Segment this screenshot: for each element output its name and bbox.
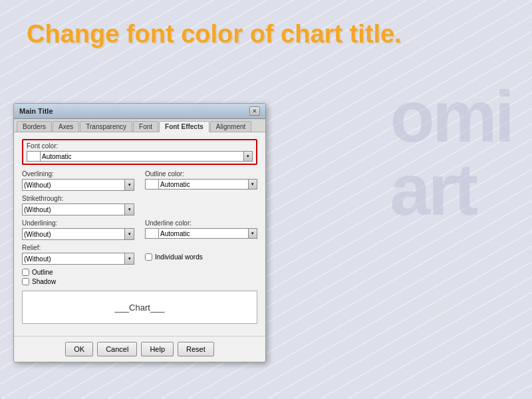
dialog-title: Main Title (19, 107, 53, 115)
outline-checkbox[interactable] (22, 269, 29, 276)
tab-borders[interactable]: Borders (17, 121, 52, 132)
strikethrough-value: (Without) (22, 203, 125, 215)
individual-words-checkbox[interactable] (145, 253, 152, 261)
font-color-value: Automatic (40, 151, 243, 162)
outline-color-swatch (145, 179, 158, 190)
underline-color-arrow[interactable]: ▾ (248, 228, 257, 239)
underline-color-swatch (145, 228, 158, 239)
underlining-label: Underlining: (22, 219, 134, 227)
reset-button[interactable]: Reset (178, 342, 214, 356)
dialog-close-button[interactable]: ✕ (249, 106, 260, 116)
outline-color-arrow[interactable]: ▾ (248, 179, 257, 190)
relief-arrow[interactable]: ▾ (125, 253, 134, 265)
strikethrough-group: Strikethrough: (Without) ▾ (22, 195, 134, 215)
underlining-group: Underlining: (Without) ▾ (22, 219, 134, 240)
relief-label: Relief: (22, 244, 134, 251)
font-color-dropdown-arrow[interactable]: ▾ (243, 151, 253, 162)
outline-color-value: Automatic (158, 179, 248, 190)
preview-text: ___Chart___ (114, 303, 164, 313)
strikethrough-combo: (Without) ▾ (22, 203, 134, 215)
help-button[interactable]: Help (141, 342, 174, 356)
font-color-row: Automatic ▾ (27, 151, 253, 162)
outline-color-label: Outline color: (145, 170, 257, 178)
individual-words-checkbox-label[interactable]: Individual words (145, 253, 257, 261)
overlining-arrow[interactable]: ▾ (125, 179, 134, 191)
font-color-swatch (27, 151, 40, 162)
overlining-value: (Without) (22, 179, 125, 191)
tab-transparency[interactable]: Transparency (80, 121, 132, 132)
overlining-label: Overlining: (22, 170, 134, 178)
cancel-button[interactable]: Cancel (97, 342, 137, 356)
checkboxes-group: Individual words (145, 244, 257, 265)
strikethrough-label: Strikethrough: (22, 195, 134, 202)
tab-font[interactable]: Font (133, 121, 158, 132)
relief-row: Relief: (Without) ▾ Individual words (22, 244, 257, 265)
overlining-row: Overlining: (Without) ▾ Outline color: A… (22, 170, 257, 191)
dialog-tabs: Borders Axes Transparency Font Font Effe… (14, 119, 265, 132)
ok-button[interactable]: OK (65, 342, 93, 356)
strikethrough-arrow[interactable]: ▾ (125, 203, 134, 215)
underline-color-group: Underline color: Automatic ▾ (145, 219, 257, 240)
tab-axes[interactable]: Axes (53, 121, 79, 132)
outline-color-group: Outline color: Automatic ▾ (145, 170, 257, 191)
main-title-dialog: Main Title ✕ Borders Axes Transparency F… (13, 103, 266, 362)
strikethrough-row: Strikethrough: (Without) ▾ (22, 195, 257, 215)
outline-checkbox-label[interactable]: Outline (22, 269, 257, 276)
relief-group: Relief: (Without) ▾ (22, 244, 134, 265)
shadow-label: Shadow (32, 278, 56, 285)
tab-font-effects[interactable]: Font Effects (159, 121, 209, 132)
font-color-label: Font color: (27, 142, 253, 150)
dialog-body: Font color: Automatic ▾ Overlining: (Wit… (14, 132, 265, 336)
font-color-section: Font color: Automatic ▾ (22, 139, 257, 165)
underline-color-row: Automatic ▾ (145, 228, 257, 239)
outline-label: Outline (32, 269, 53, 276)
dialog-buttons: OK Cancel Help Reset (14, 336, 265, 362)
shadow-checkbox-label[interactable]: Shadow (22, 278, 257, 285)
relief-value: (Without) (22, 253, 125, 265)
empty-col (145, 195, 257, 215)
underlining-row: Underlining: (Without) ▾ Underline color… (22, 219, 257, 240)
shadow-checkbox[interactable] (22, 278, 29, 285)
underline-color-label: Underline color: (145, 219, 257, 227)
watermark: omi art (390, 80, 512, 226)
underlining-combo: (Without) ▾ (22, 228, 134, 240)
overlining-group: Overlining: (Without) ▾ (22, 170, 134, 191)
relief-combo: (Without) ▾ (22, 253, 134, 265)
underlining-value: (Without) (22, 228, 125, 240)
slide-title: Change font color of chart title. (27, 20, 505, 49)
overlining-combo: (Without) ▾ (22, 179, 134, 191)
outline-shadow-group: Outline Shadow (22, 269, 257, 285)
outline-color-row: Automatic ▾ (145, 179, 257, 190)
preview-area: ___Chart___ (22, 291, 257, 324)
underlining-arrow[interactable]: ▾ (125, 228, 134, 240)
dialog-titlebar: Main Title ✕ (14, 104, 265, 119)
underline-color-value: Automatic (158, 228, 248, 239)
tab-alignment[interactable]: Alignment (210, 121, 251, 132)
individual-words-label: Individual words (155, 253, 203, 261)
